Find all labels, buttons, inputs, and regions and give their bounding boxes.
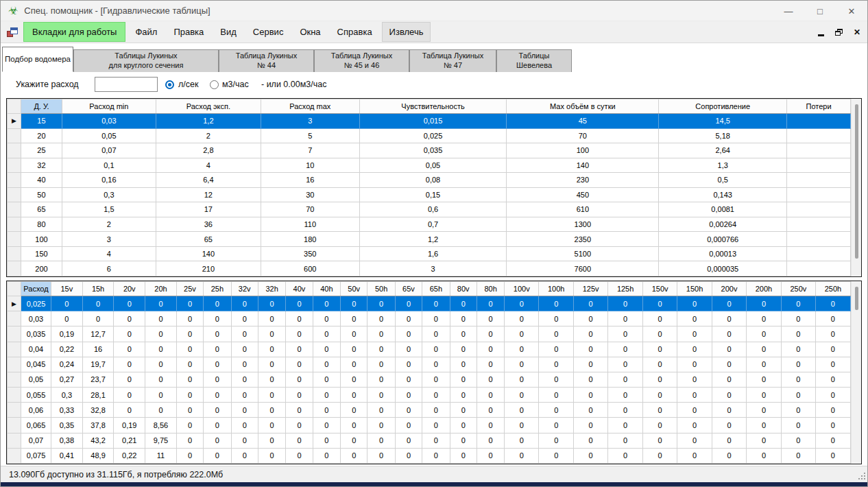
table-cell[interactable]: 0 [341,311,367,326]
table-cell[interactable]: 0 [367,403,395,418]
table-cell[interactable]: 0 [313,342,340,357]
column-header[interactable]: 65h [422,282,450,296]
table-cell[interactable]: 43,2 [82,433,114,448]
table-cell[interactable]: 40 [21,173,62,188]
column-header[interactable]: 200v [712,282,747,296]
table-cell[interactable]: 0 [643,342,677,357]
table-cell[interactable]: 0 [505,311,539,326]
table-cell[interactable]: 0,05 [62,128,156,143]
table-cell[interactable]: 0 [539,296,574,311]
table-cell[interactable]: 0,7 [359,217,507,232]
column-header[interactable]: 25v [176,282,203,296]
mdi-restore-icon[interactable] [835,29,843,36]
table-cell[interactable]: 0 [643,403,677,418]
column-header[interactable]: 15h [82,282,114,296]
table-cell[interactable]: 0 [712,433,747,448]
table-cell[interactable]: 0 [204,448,231,463]
table-cell[interactable]: 0 [176,326,203,342]
table-cell[interactable]: 0 [477,296,504,311]
table-cell[interactable]: 0 [505,403,539,418]
table-cell[interactable]: 0 [395,372,422,387]
table-cell[interactable]: 0 [677,342,712,357]
table-cell[interactable]: 0 [505,388,539,403]
table-cell[interactable]: 0 [51,311,83,326]
table-cell[interactable]: 0 [231,342,258,357]
table-cell[interactable]: 0 [286,311,313,326]
table-cell[interactable]: 0 [746,311,781,326]
table-cell[interactable]: 0,025 [21,296,51,311]
table-cell[interactable]: 0 [815,418,850,433]
table-cell[interactable]: 0 [367,372,395,387]
table-cell[interactable]: 0 [286,388,313,403]
table-cell[interactable]: 0 [781,311,815,326]
table-cell[interactable]: 0 [204,357,231,372]
table-cell[interactable]: 0 [82,311,114,326]
table-cell[interactable]: 32,8 [82,403,114,418]
flow-rate-input[interactable] [95,77,158,92]
table-cell[interactable]: 0 [505,372,539,387]
table-cell[interactable]: 0 [539,311,574,326]
table-cell[interactable]: 0 [145,326,177,342]
table-cell[interactable]: 0 [367,418,395,433]
table-cell[interactable]: 8,56 [145,418,177,433]
table-cell[interactable]: 0 [712,342,747,357]
table-cell[interactable]: 32 [21,158,62,173]
table-cell[interactable]: 0 [231,326,258,342]
table-cell[interactable]: 0 [712,311,747,326]
table-cell[interactable]: 0 [608,296,643,311]
table-cell[interactable]: 3 [359,261,507,276]
table-cell[interactable]: 0 [341,448,367,463]
vertical-scrollbar[interactable] [851,281,861,464]
table-cell[interactable]: 6 [62,261,156,276]
table-cell[interactable]: 45 [507,114,659,129]
table-cell[interactable]: 0,3 [62,187,156,202]
row-header-cell[interactable] [8,261,21,276]
row-header-cell[interactable] [8,217,21,232]
table-cell[interactable]: 48,9 [82,448,114,463]
table-cell[interactable]: 0 [204,418,231,433]
table-cell[interactable]: 0 [477,357,504,372]
table-cell[interactable]: 110 [261,217,359,232]
column-header[interactable]: 200h [746,282,781,296]
table-cell[interactable]: 0 [204,326,231,342]
table-cell[interactable]: 0 [712,388,747,403]
table-cell[interactable]: 0 [643,448,677,463]
table-cell[interactable]: 0,055 [21,388,51,403]
minimize-icon[interactable]: — [773,1,804,21]
table-cell[interactable]: 0 [258,372,285,387]
table-cell[interactable]: 0 [643,311,677,326]
table-cell[interactable]: 0 [608,326,643,342]
column-header[interactable]: 20v [114,282,145,296]
table-cell[interactable]: 0 [258,357,285,372]
menu-item-file[interactable]: Файл [128,23,164,41]
table-cell[interactable]: 0,065 [21,418,51,433]
table-cell[interactable]: 0 [145,342,177,357]
table-cell[interactable]: 0 [286,342,313,357]
column-header[interactable]: Расход min [62,99,156,114]
column-header[interactable]: 250h [815,282,850,296]
table-cell[interactable]: 0 [176,448,203,463]
table-cell[interactable]: 15 [21,114,62,129]
table-cell[interactable]: 2 [62,217,156,232]
table-cell[interactable]: 0 [608,433,643,448]
table-cell[interactable]: 0 [395,342,422,357]
row-header-cell[interactable] [8,143,21,158]
column-header[interactable]: 150v [643,282,677,296]
table-cell[interactable]: 0 [145,296,177,311]
column-header[interactable]: Расход эксп. [156,99,261,114]
table-cell[interactable]: 0 [677,388,712,403]
table-cell[interactable]: 0 [286,433,313,448]
column-header[interactable]: 25h [204,282,231,296]
table-cell[interactable]: 0,3 [51,388,83,403]
table-cell[interactable]: 0 [781,433,815,448]
table-cell[interactable]: 0 [341,433,367,448]
table-cell[interactable]: 0,38 [51,433,83,448]
scrollbar-thumb[interactable] [855,287,858,310]
table-cell[interactable]: 0 [608,342,643,357]
table-cell[interactable]: 16 [82,342,114,357]
table-cell[interactable] [787,158,851,173]
table-cell[interactable]: 0 [231,357,258,372]
resize-grip-icon[interactable] [857,471,865,479]
table-cell[interactable]: 0,05 [21,372,51,387]
table-cell[interactable]: 0 [505,342,539,357]
